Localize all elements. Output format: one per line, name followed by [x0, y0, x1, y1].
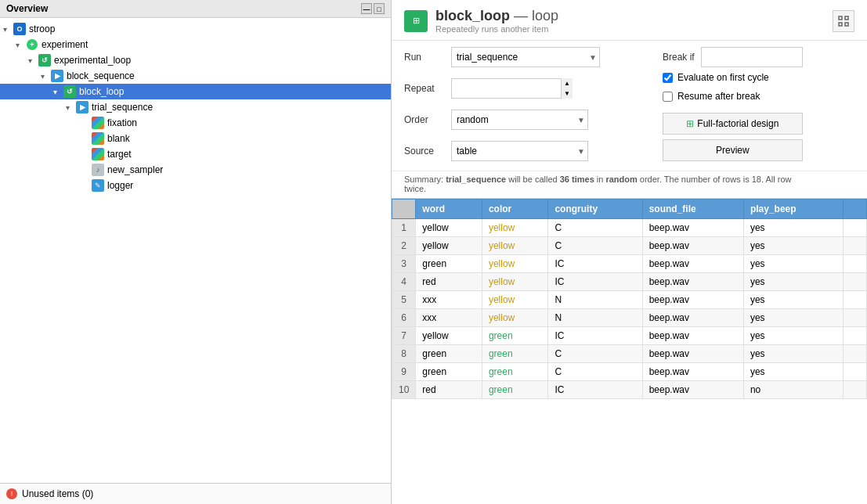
cell-play-beep[interactable]: yes: [743, 219, 843, 237]
col-header-word: word: [416, 200, 482, 219]
cell-color[interactable]: yellow: [482, 237, 548, 255]
tree-item-target[interactable]: target: [0, 146, 391, 162]
left-controls: Run trial_sequence ▼ Repeat each cycle 2…: [404, 47, 600, 167]
tree-item-logger[interactable]: ✎ logger: [0, 178, 391, 193]
cell-congruity[interactable]: C: [548, 345, 642, 363]
cell-congruity[interactable]: IC: [548, 273, 642, 291]
cell-extra: [844, 327, 867, 345]
break-if-input[interactable]: never: [701, 47, 803, 67]
table-row[interactable]: 7 yellow green IC beep.wav yes: [392, 327, 867, 345]
minimize-icon[interactable]: —: [361, 3, 372, 14]
cell-word[interactable]: xxx: [416, 309, 482, 327]
svg-rect-0: [839, 16, 842, 20]
cell-word[interactable]: yellow: [416, 219, 482, 237]
cell-color[interactable]: green: [482, 363, 548, 381]
cell-color[interactable]: yellow: [482, 273, 548, 291]
cell-word[interactable]: red: [416, 381, 482, 399]
cell-word[interactable]: red: [416, 273, 482, 291]
cell-sound-file[interactable]: beep.wav: [642, 237, 743, 255]
cell-play-beep[interactable]: no: [743, 381, 843, 399]
cell-play-beep[interactable]: yes: [743, 237, 843, 255]
cell-word[interactable]: green: [416, 345, 482, 363]
tree-item-block-sequence[interactable]: ▾ ▶ block_sequence: [0, 68, 391, 84]
unused-icon: !: [6, 488, 17, 499]
cell-play-beep[interactable]: yes: [743, 273, 843, 291]
table-row[interactable]: 5 xxx yellow N beep.wav yes: [392, 291, 867, 309]
cell-play-beep[interactable]: yes: [743, 309, 843, 327]
tree-label-blank: blank: [107, 133, 130, 144]
cell-word[interactable]: green: [416, 255, 482, 273]
tree-item-blank[interactable]: blank: [0, 131, 391, 146]
maximize-icon[interactable]: □: [374, 3, 385, 14]
fullscreen-button[interactable]: [833, 10, 854, 32]
tree-item-fixation[interactable]: fixation: [0, 115, 391, 131]
cell-color[interactable]: green: [482, 327, 548, 345]
tree-item-experiment[interactable]: ▾ + experiment: [0, 37, 391, 52]
cell-word[interactable]: xxx: [416, 291, 482, 309]
order-select[interactable]: random sequential: [451, 110, 588, 130]
cell-color[interactable]: green: [482, 345, 548, 363]
cell-play-beep[interactable]: yes: [743, 327, 843, 345]
table-row[interactable]: 3 green yellow IC beep.wav yes: [392, 255, 867, 273]
tree-item-experimental-loop[interactable]: ▾ ↺ experimental_loop: [0, 52, 391, 68]
cell-congruity[interactable]: C: [548, 237, 642, 255]
table-row[interactable]: 9 green green C beep.wav yes: [392, 363, 867, 381]
full-factorial-button[interactable]: ⊞ Full-factorial design: [663, 113, 803, 135]
table-row[interactable]: 10 red green IC beep.wav no: [392, 381, 867, 399]
cell-congruity[interactable]: IC: [548, 255, 642, 273]
table-row[interactable]: 8 green green C beep.wav yes: [392, 345, 867, 363]
cell-play-beep[interactable]: yes: [743, 255, 843, 273]
cell-sound-file[interactable]: beep.wav: [642, 219, 743, 237]
table-wrap[interactable]: word color congruity sound_file play_bee…: [392, 198, 867, 504]
col-header-num: [392, 200, 416, 219]
cell-congruity[interactable]: C: [548, 219, 642, 237]
cell-word[interactable]: green: [416, 363, 482, 381]
resume-checkbox[interactable]: [663, 92, 673, 102]
tree-item-block-loop[interactable]: ▾ ↺ block_loop: [0, 84, 391, 99]
repeat-up[interactable]: ▲: [562, 78, 573, 88]
tree-item-stroop[interactable]: ▾ O stroop: [0, 21, 391, 37]
cell-word[interactable]: yellow: [416, 237, 482, 255]
cell-color[interactable]: green: [482, 381, 548, 399]
cell-congruity[interactable]: IC: [548, 381, 642, 399]
table-row[interactable]: 4 red yellow IC beep.wav yes: [392, 273, 867, 291]
table-row[interactable]: 1 yellow yellow C beep.wav yes: [392, 219, 867, 237]
cell-color[interactable]: yellow: [482, 291, 548, 309]
cell-num: 8: [392, 345, 416, 363]
table-row[interactable]: 2 yellow yellow C beep.wav yes: [392, 237, 867, 255]
cell-play-beep[interactable]: yes: [743, 345, 843, 363]
tree-item-trial-sequence[interactable]: ▾ ▶ trial_sequence: [0, 99, 391, 115]
cell-color[interactable]: yellow: [482, 309, 548, 327]
cell-sound-file[interactable]: beep.wav: [642, 273, 743, 291]
cell-color[interactable]: yellow: [482, 255, 548, 273]
cell-sound-file[interactable]: beep.wav: [642, 291, 743, 309]
repeat-input[interactable]: each cycle 2,00 x: [451, 78, 573, 99]
cell-sound-file[interactable]: beep.wav: [642, 255, 743, 273]
cell-play-beep[interactable]: yes: [743, 363, 843, 381]
repeat-down[interactable]: ▼: [562, 88, 573, 99]
cell-congruity[interactable]: N: [548, 309, 642, 327]
cell-congruity[interactable]: C: [548, 363, 642, 381]
cell-congruity[interactable]: IC: [548, 327, 642, 345]
cell-num: 1: [392, 219, 416, 237]
cell-sound-file[interactable]: beep.wav: [642, 381, 743, 399]
cell-congruity[interactable]: N: [548, 291, 642, 309]
source-select[interactable]: table file: [451, 141, 588, 161]
cell-sound-file[interactable]: beep.wav: [642, 309, 743, 327]
unused-bar: ! Unused items (0): [0, 483, 391, 504]
source-label: Source: [404, 146, 451, 157]
target-icon: [91, 148, 105, 160]
cell-sound-file[interactable]: beep.wav: [642, 345, 743, 363]
svg-rect-1: [845, 16, 848, 20]
cell-color[interactable]: yellow: [482, 219, 548, 237]
tree-item-new-sampler[interactable]: ♪ new_sampler: [0, 162, 391, 178]
preview-button[interactable]: Preview: [663, 139, 803, 161]
evaluate-checkbox[interactable]: [663, 73, 673, 83]
experiment-icon: +: [25, 38, 39, 51]
cell-sound-file[interactable]: beep.wav: [642, 363, 743, 381]
run-select[interactable]: trial_sequence: [451, 47, 600, 67]
cell-sound-file[interactable]: beep.wav: [642, 327, 743, 345]
cell-play-beep[interactable]: yes: [743, 291, 843, 309]
cell-word[interactable]: yellow: [416, 327, 482, 345]
table-row[interactable]: 6 xxx yellow N beep.wav yes: [392, 309, 867, 327]
